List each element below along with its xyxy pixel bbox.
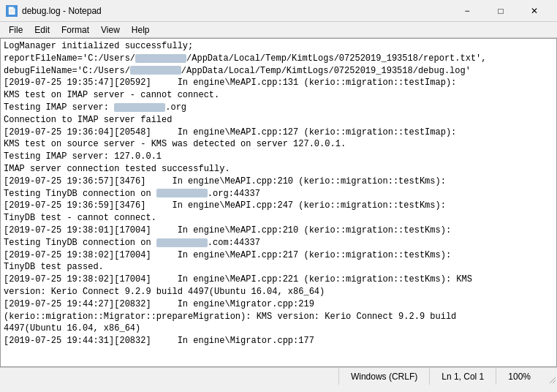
svg-line-0 bbox=[550, 377, 556, 383]
menu-file[interactable]: File bbox=[3, 22, 29, 37]
menu-help[interactable]: Help bbox=[126, 22, 156, 37]
redacted-text bbox=[156, 238, 208, 247]
status-bar: Windows (CRLF) Ln 1, Col 1 100% bbox=[0, 367, 557, 385]
zoom-status: 100% bbox=[496, 368, 542, 385]
redacted-text bbox=[130, 66, 181, 75]
title-bar: 📄 debug.log - Notepad − □ ✕ bbox=[0, 0, 557, 22]
redacted-text bbox=[156, 189, 208, 197]
menu-view[interactable]: View bbox=[95, 22, 126, 37]
close-button[interactable]: ✕ bbox=[518, 0, 551, 22]
redacted-text bbox=[135, 54, 186, 63]
menu-bar: File Edit Format View Help bbox=[0, 22, 557, 38]
svg-line-1 bbox=[553, 380, 556, 383]
maximize-button[interactable]: □ bbox=[484, 0, 518, 22]
menu-edit[interactable]: Edit bbox=[29, 22, 56, 37]
menu-format[interactable]: Format bbox=[56, 22, 95, 37]
window-controls: − □ ✕ bbox=[450, 0, 551, 22]
text-content[interactable]: LogManager initialized successfully; rep… bbox=[0, 38, 557, 367]
minimize-button[interactable]: − bbox=[450, 0, 484, 22]
resize-grip bbox=[542, 368, 557, 385]
redacted-text bbox=[114, 103, 165, 112]
app-icon: 📄 bbox=[6, 5, 18, 17]
window-title: debug.log - Notepad bbox=[22, 6, 450, 16]
encoding-status: Windows (CRLF) bbox=[338, 368, 429, 385]
position-status: Ln 1, Col 1 bbox=[429, 368, 496, 385]
